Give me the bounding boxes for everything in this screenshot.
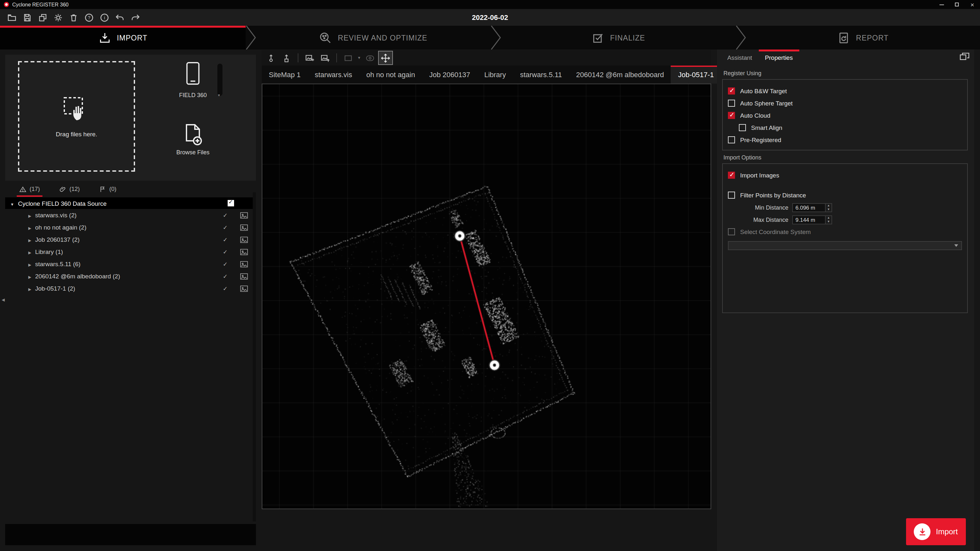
drag-drop-area[interactable]: Drag files here. bbox=[18, 61, 135, 171]
undo-button[interactable] bbox=[112, 10, 127, 24]
option-auto-cloud[interactable]: Auto Cloud bbox=[728, 109, 962, 122]
option-auto-sphere-target[interactable]: Auto Sphere Target bbox=[728, 97, 962, 109]
max-distance-input[interactable]: 9.144 m bbox=[792, 215, 826, 224]
minimize-button[interactable] bbox=[934, 0, 949, 9]
option-auto-bw-target[interactable]: Auto B&W Target bbox=[728, 85, 962, 97]
min-distance-stepper[interactable] bbox=[826, 203, 832, 212]
option-pre-registered[interactable]: Pre-Registered bbox=[728, 134, 962, 146]
thumbnail-view-button[interactable] bbox=[342, 51, 355, 64]
import-setups-alt-button[interactable] bbox=[280, 51, 293, 64]
redo-icon bbox=[130, 13, 140, 22]
field360-source[interactable]: FIELD 360 bbox=[172, 61, 213, 98]
caret-right-icon[interactable] bbox=[28, 260, 31, 267]
link-image-button[interactable] bbox=[318, 51, 332, 64]
import-setups-button[interactable] bbox=[264, 51, 278, 64]
save-project-button[interactable] bbox=[19, 10, 35, 24]
tree-root-row[interactable]: Cyclone FIELD 360 Data Source bbox=[5, 197, 256, 209]
checkbox[interactable] bbox=[728, 100, 735, 107]
maximize-button[interactable] bbox=[949, 0, 964, 9]
viewer-tab-label: 2060142 @6m albedoboard bbox=[576, 71, 664, 78]
import-panel-footer bbox=[5, 524, 256, 545]
tab-assistant[interactable]: Assistant bbox=[721, 49, 759, 65]
tree-scrollbar[interactable] bbox=[253, 192, 256, 521]
stepper-down-icon[interactable] bbox=[826, 219, 832, 224]
collapse-panel-arrow[interactable] bbox=[1, 297, 6, 303]
help-button[interactable]: ? bbox=[81, 10, 97, 24]
tree-item[interactable]: oh no not again (2) bbox=[5, 221, 256, 233]
add-image-button[interactable] bbox=[303, 51, 317, 64]
checkbox[interactable] bbox=[728, 112, 735, 119]
option-import-images[interactable]: Import Images bbox=[728, 169, 962, 181]
check-icon bbox=[223, 248, 228, 255]
caret-right-icon[interactable] bbox=[28, 273, 31, 279]
checkbox[interactable] bbox=[728, 136, 735, 143]
tree-item-label: starwars.vis (2) bbox=[35, 211, 76, 219]
folder-open-icon bbox=[7, 13, 16, 22]
tab-issues[interactable]: (17) bbox=[17, 181, 43, 197]
workflow-step-report[interactable]: REPORT bbox=[746, 26, 980, 49]
sitemap-viewport[interactable] bbox=[262, 84, 711, 509]
stepper-up-icon[interactable] bbox=[826, 203, 832, 207]
tree-item[interactable]: Library (1) bbox=[5, 246, 256, 258]
tree-item[interactable]: 2060142 @6m albedoboard (2) bbox=[5, 270, 256, 282]
detach-panel-button[interactable] bbox=[959, 52, 970, 61]
tree-root-checkbox[interactable] bbox=[228, 200, 234, 206]
manage-projects-button[interactable] bbox=[35, 10, 50, 24]
image-badge-icon bbox=[240, 272, 248, 280]
stepper-up-icon[interactable] bbox=[826, 216, 832, 219]
workflow-step-finalize[interactable]: FINALIZE bbox=[501, 26, 736, 49]
tree-item[interactable]: starwars.vis (2) bbox=[5, 209, 256, 221]
viewer-tab[interactable]: 2060142 @6m albedoboard bbox=[569, 65, 671, 84]
max-distance-stepper[interactable] bbox=[826, 215, 832, 224]
workflow-step-review[interactable]: REVIEW AND OPTIMIZE bbox=[256, 26, 491, 49]
option-filter-points[interactable]: Filter Points by Distance bbox=[728, 189, 962, 201]
checkbox[interactable] bbox=[728, 171, 735, 179]
field360-scrollbar[interactable] bbox=[217, 64, 223, 96]
checkbox[interactable] bbox=[728, 192, 735, 198]
caret-right-icon[interactable] bbox=[28, 224, 31, 231]
visual-alignment-tool-button[interactable] bbox=[379, 51, 392, 64]
dropdown-caret-icon[interactable] bbox=[357, 55, 361, 60]
viewer-tab-active[interactable]: Job-0517-1 bbox=[671, 65, 721, 84]
caret-right-icon[interactable] bbox=[28, 285, 31, 292]
option-smart-align[interactable]: Smart Align bbox=[739, 122, 962, 134]
tab-properties[interactable]: Properties bbox=[759, 49, 799, 65]
workflow-step-label: IMPORT bbox=[117, 34, 147, 41]
undo-icon bbox=[115, 13, 124, 22]
stepper-down-icon[interactable] bbox=[826, 207, 832, 211]
about-button[interactable]: i bbox=[97, 10, 112, 24]
import-button[interactable]: Import bbox=[906, 518, 966, 545]
delete-button[interactable] bbox=[65, 10, 81, 24]
option-coordinate-system[interactable]: Select Coordinate System bbox=[728, 225, 962, 238]
browse-files-button[interactable]: Browse Files bbox=[172, 123, 213, 156]
viewer-tab[interactable]: oh no not again bbox=[359, 65, 422, 84]
tab-attachments[interactable]: (12) bbox=[57, 181, 82, 197]
viewer-tab[interactable]: starwars.5.11 bbox=[513, 65, 569, 84]
tree-item[interactable]: Job 2060137 (2) bbox=[5, 233, 256, 246]
viewer-tab-sitemap[interactable]: SiteMap 1 bbox=[262, 65, 308, 84]
tree-item[interactable]: starwars.5.11 (6) bbox=[5, 258, 256, 270]
workflow-step-import[interactable]: IMPORT bbox=[0, 26, 246, 49]
point-cloud-canvas[interactable] bbox=[262, 84, 711, 508]
layers-icon bbox=[38, 13, 47, 22]
caret-down-icon[interactable] bbox=[10, 200, 14, 207]
settings-button[interactable] bbox=[50, 10, 65, 24]
close-button[interactable] bbox=[964, 0, 980, 9]
caret-right-icon[interactable] bbox=[28, 236, 31, 243]
viewer-tab[interactable]: starwars.vis bbox=[308, 65, 359, 84]
viewer-tab[interactable]: Library bbox=[477, 65, 513, 84]
open-project-button[interactable] bbox=[4, 10, 19, 24]
viewer-tab[interactable]: Job 2060137 bbox=[422, 65, 477, 84]
coordinate-system-dropdown[interactable] bbox=[728, 241, 962, 250]
tab-flags[interactable]: (0) bbox=[97, 181, 119, 197]
pano-view-button[interactable] bbox=[363, 51, 377, 64]
checkbox[interactable] bbox=[728, 228, 735, 235]
min-distance-input[interactable]: 6.096 m bbox=[792, 203, 826, 212]
checkbox[interactable] bbox=[739, 124, 746, 131]
checkbox[interactable] bbox=[728, 87, 735, 95]
caret-right-icon[interactable] bbox=[28, 248, 31, 255]
caret-right-icon[interactable] bbox=[28, 211, 31, 219]
tree-item[interactable]: Job-0517-1 (2) bbox=[5, 282, 256, 294]
viewer-tab-label: Job 2060137 bbox=[429, 71, 470, 78]
redo-button[interactable] bbox=[127, 10, 143, 24]
